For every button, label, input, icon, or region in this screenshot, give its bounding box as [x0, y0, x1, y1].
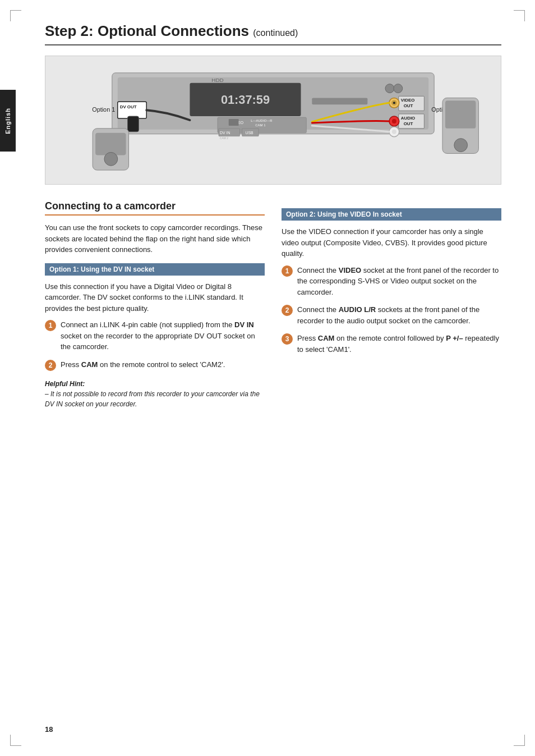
- svg-text:DV IN: DV IN: [220, 131, 230, 135]
- left-column: Connecting to a camcorder You can use th…: [45, 200, 265, 409]
- page-title-main: Step 2: Optional Connections: [45, 22, 249, 39]
- step-number-2: 2: [282, 305, 293, 316]
- svg-text:Option 1: Option 1: [92, 106, 115, 113]
- content-columns: Connecting to a camcorder You can use th…: [45, 200, 501, 409]
- page: English Step 2: Optional Connections (co…: [0, 0, 535, 756]
- svg-point-41: [104, 152, 118, 166]
- section-heading-camcorder: Connecting to a camcorder: [45, 200, 265, 216]
- svg-text:AUDIO: AUDIO: [401, 116, 415, 121]
- step-text-3: Press CAM on the remote control followed…: [297, 333, 501, 355]
- option2-steps: 1 Connect the VIDEO socket at the front …: [282, 265, 501, 355]
- step-number-3: 3: [282, 333, 293, 345]
- svg-point-27: [393, 102, 395, 104]
- svg-point-5: [385, 84, 394, 93]
- svg-text:DV OUT: DV OUT: [120, 104, 137, 109]
- svg-text:OUT: OUT: [404, 103, 413, 108]
- option2-body: Use the VIDEO connection if your camcord…: [282, 226, 501, 259]
- step-text-2: Press CAM on the remote control to selec…: [61, 359, 265, 370]
- right-column: Option 2: Using the VIDEO In socket Use …: [282, 200, 501, 409]
- option1-body: Use this connection if you have a Digita…: [45, 281, 265, 314]
- svg-point-6: [394, 84, 403, 93]
- corner-mark-tl: [10, 10, 21, 21]
- svg-text:OUT: OUT: [404, 121, 413, 126]
- corner-mark-br: [514, 735, 525, 746]
- step-text-1: Connect the VIDEO socket at the front pa…: [297, 265, 501, 298]
- step-text-1: Connect an i.LINK 4-pin cable (not suppl…: [61, 319, 265, 352]
- step-number-2: 2: [45, 360, 56, 371]
- svg-text:01:37:59: 01:37:59: [221, 93, 270, 107]
- svg-point-32: [392, 119, 396, 123]
- svg-point-34: [392, 130, 396, 134]
- helpful-hint: Helpful Hint: – It is not possible to re…: [45, 379, 265, 409]
- option1-steps: 1 Connect an i.LINK 4-pin cable (not sup…: [45, 319, 265, 371]
- illustration-svg: 01:37:59 HDD VIDEO L—AUDIO—R CAM 1 DV IN…: [45, 56, 501, 184]
- camcorder-intro: You can use the front sockets to copy ca…: [45, 222, 265, 255]
- svg-rect-7: [312, 98, 367, 104]
- step-number-1: 1: [45, 320, 56, 331]
- corner-mark-tr: [514, 10, 525, 21]
- svg-point-38: [454, 139, 468, 152]
- page-title: Step 2: Optional Connections (continued): [45, 22, 501, 45]
- svg-rect-37: [445, 100, 476, 129]
- step-item: 1 Connect the VIDEO socket at the front …: [282, 265, 501, 298]
- svg-text:VIDEO: VIDEO: [401, 98, 415, 103]
- hint-body: – It is not possible to record from this…: [45, 389, 265, 409]
- svg-rect-40: [95, 133, 126, 155]
- svg-rect-10: [229, 119, 239, 126]
- svg-text:USB: USB: [245, 131, 253, 135]
- option1-heading: Option 1: Using the DV IN socket: [45, 263, 265, 276]
- corner-mark-bl: [10, 735, 21, 746]
- hint-title: Helpful Hint:: [45, 379, 265, 389]
- svg-text:HDD: HDD: [211, 77, 223, 83]
- step-item: 2 Press CAM on the remote control to sel…: [45, 359, 265, 371]
- svg-rect-20: [128, 116, 139, 132]
- device-illustration: 01:37:59 HDD VIDEO L—AUDIO—R CAM 1 DV IN…: [45, 56, 501, 185]
- page-number: 18: [45, 725, 53, 734]
- language-sidebar: English: [0, 90, 16, 152]
- language-label: English: [4, 108, 11, 134]
- step-number-1: 1: [282, 265, 293, 277]
- step-item: 1 Connect an i.LINK 4-pin cable (not sup…: [45, 319, 265, 352]
- step-item: 2 Connect the AUDIO L/R sockets at the f…: [282, 304, 501, 326]
- option2-heading: Option 2: Using the VIDEO In socket: [282, 208, 501, 221]
- step-text-2: Connect the AUDIO L/R sockets at the fro…: [297, 304, 501, 326]
- svg-text:L—AUDIO—R: L—AUDIO—R: [251, 119, 273, 122]
- page-title-continued: (continued): [253, 28, 298, 38]
- svg-text:CAM 1: CAM 1: [255, 123, 266, 127]
- step-item: 3 Press CAM on the remote control follow…: [282, 333, 501, 355]
- svg-text:CAM 2: CAM 2: [220, 137, 228, 140]
